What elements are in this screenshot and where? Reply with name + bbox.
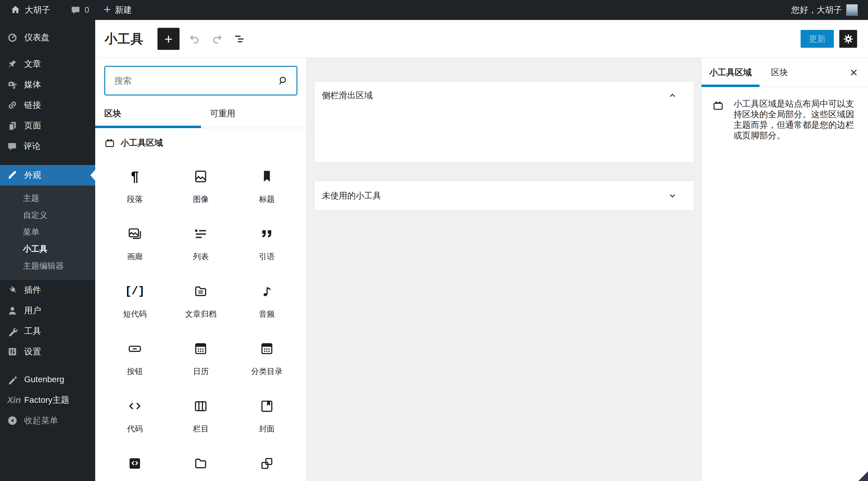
quote-icon [259, 224, 275, 244]
file-icon [193, 453, 209, 474]
sidebar-item-label: Factory主题 [24, 394, 69, 406]
editor-header: 小工具 + 更新 [95, 20, 868, 58]
gear-icon [842, 33, 855, 45]
block-item-columns[interactable]: 栏目 [168, 386, 234, 444]
sidebar-item-posts[interactable]: 文章 [0, 54, 95, 74]
sidebar-item-media[interactable]: 媒体 [0, 74, 95, 95]
collapse-menu-label: 收起菜单 [24, 415, 58, 426]
paragraph-icon: ¶ [131, 166, 139, 187]
collapse-menu-button[interactable]: 收起菜单 [0, 410, 95, 431]
block-search-field[interactable] [104, 66, 298, 95]
comment-count: 0 [85, 5, 89, 15]
list-view-button[interactable] [232, 32, 247, 46]
admin-bar-new[interactable]: + 新建 [99, 0, 136, 20]
avatar [846, 4, 858, 16]
xin-logo: Xin [7, 395, 18, 405]
chevron-up-icon [668, 91, 677, 100]
block-item-custom-html[interactable] [102, 444, 168, 481]
comment-icon [7, 141, 17, 151]
block-inserter-toggle-button[interactable]: + [157, 28, 180, 50]
workspace: 区块 可重用 小工具区域 ¶ 段落 [95, 58, 868, 481]
main-area: 小工具 + 更新 [95, 20, 868, 481]
sidebar-item-plugins[interactable]: 插件 [0, 280, 95, 300]
comment-icon [71, 5, 81, 15]
block-item-paragraph[interactable]: ¶ 段落 [102, 157, 168, 214]
bookmark-icon [259, 166, 275, 187]
sidebar-item-links[interactable]: 链接 [0, 95, 95, 116]
submenu-item-theme-editor[interactable]: 主题编辑器 [0, 257, 95, 274]
submenu-item-menus[interactable]: 菜单 [0, 224, 95, 241]
sidebar-item-label: 链接 [24, 99, 41, 111]
block-inserter-panel: 区块 可重用 小工具区域 ¶ 段落 [95, 58, 307, 481]
undo-button[interactable] [187, 32, 202, 46]
widget-area-panel-inactive-widgets: 未使用的小工具 [314, 181, 694, 211]
block-item-archives[interactable]: 文章归档 [168, 271, 234, 329]
panel-header-inactive-widgets[interactable]: 未使用的小工具 [315, 181, 694, 210]
block-item-list[interactable]: 列表 [168, 214, 234, 271]
admin-bar-site-menu[interactable]: 大胡子 [6, 0, 54, 20]
undo-icon [188, 32, 201, 45]
sidebar-item-label: 工具 [24, 325, 41, 337]
sidebar-item-label: 用户 [24, 305, 41, 316]
tab-blocks[interactable]: 区块 [95, 99, 201, 128]
sidebar-item-label: 文章 [24, 58, 41, 70]
panel-header-sidebar-slideout[interactable]: 侧栏滑出区域 [315, 81, 694, 110]
sidebar-item-factory-theme[interactable]: Xin Factory主题 [0, 390, 95, 410]
pin-icon [7, 59, 18, 69]
sidebar-item-tools[interactable]: 工具 [0, 321, 95, 342]
redo-button[interactable] [210, 32, 224, 46]
plus-icon: + [104, 3, 111, 15]
columns-icon [193, 396, 209, 416]
block-item-quote[interactable]: 引语 [234, 214, 300, 271]
list-icon [193, 224, 209, 244]
block-item-cover[interactable]: 封面 [234, 386, 300, 444]
sidebar-item-users[interactable]: 用户 [0, 300, 95, 321]
block-item-image[interactable]: 图像 [168, 157, 234, 214]
button-icon [127, 339, 143, 359]
tab-reusable[interactable]: 可重用 [201, 99, 307, 128]
settings-sidebar: 小工具区域 区块 小工具区域是站点布局中可以支持区块的全局 [701, 58, 868, 481]
settings-gear-button[interactable] [839, 30, 857, 48]
admin-bar-comments[interactable]: 0 [66, 0, 93, 20]
widget-area-section-header: 小工具区域 [95, 136, 306, 149]
block-item-buttons[interactable]: 按钮 [102, 329, 168, 386]
categories-icon [259, 339, 275, 359]
update-button[interactable]: 更新 [801, 30, 834, 48]
sidebar-item-settings[interactable]: 设置 [0, 342, 95, 362]
search-input[interactable] [114, 76, 277, 86]
block-item-group[interactable] [234, 444, 300, 481]
submenu-item-themes[interactable]: 主题 [0, 190, 95, 207]
search-icon [277, 75, 289, 87]
panel-title: 未使用的小工具 [322, 190, 381, 201]
sidebar-item-label: 页面 [24, 120, 41, 131]
block-item-audio[interactable]: 音频 [234, 271, 300, 329]
custom-html-icon [127, 453, 143, 474]
sidebar-item-dashboard[interactable]: 仪表盘 [0, 27, 95, 48]
block-item-gallery[interactable]: 画廊 [102, 214, 168, 271]
block-item-calendar[interactable]: 日历 [168, 329, 234, 386]
tab-widget-areas[interactable]: 小工具区域 [702, 58, 760, 87]
archive-icon [193, 281, 209, 301]
block-item-shortcode[interactable]: [/] 短代码 [102, 271, 168, 329]
sidebar-item-comments[interactable]: 评论 [0, 136, 95, 157]
sidebar-item-gutenberg[interactable]: Gutenberg [0, 369, 95, 390]
sidebar-item-pages[interactable]: 页面 [0, 116, 95, 136]
image-icon [193, 166, 209, 187]
block-item-file[interactable] [168, 444, 234, 481]
block-item-heading[interactable]: 标题 [234, 157, 300, 214]
admin-bar-new-label: 新建 [115, 4, 132, 16]
block-grid: ¶ 段落 图像 标题 [95, 157, 306, 481]
panel-title: 侧栏滑出区域 [322, 90, 373, 101]
inserter-tabs: 区块 可重用 [95, 99, 306, 128]
sidebar-item-appearance[interactable]: 外观 [0, 165, 95, 186]
appearance-submenu: 主题 自定义 菜单 小工具 主题编辑器 [0, 186, 95, 280]
block-item-categories[interactable]: 分类目录 [234, 329, 300, 386]
submenu-item-customize[interactable]: 自定义 [0, 207, 95, 224]
block-item-code[interactable]: 代码 [102, 386, 168, 444]
submenu-item-widgets[interactable]: 小工具 [0, 241, 95, 257]
admin-bar-account[interactable]: 您好，大胡子 [787, 0, 862, 20]
close-settings-button[interactable] [846, 64, 862, 81]
media-icon [7, 79, 18, 90]
tab-block[interactable]: 区块 [760, 58, 788, 87]
sliders-icon [7, 347, 18, 357]
